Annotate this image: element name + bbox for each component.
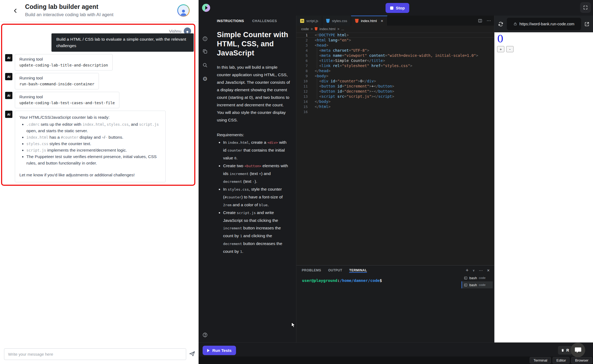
line-number: 1 <box>296 33 308 38</box>
close-tab-icon[interactable]: ✕ <box>381 19 383 23</box>
tab-problems[interactable]: PROBLEMS <box>302 268 321 273</box>
code-line[interactable]: 7 <link rel="stylesheet" href="styles.cs… <box>296 63 494 68</box>
code-text: <meta charset="UTF-8"> <box>315 48 369 53</box>
open-external-icon[interactable] <box>584 22 589 27</box>
chat-fab-button[interactable] <box>571 343 585 357</box>
split-editor-icon[interactable] <box>478 19 482 23</box>
tool-call-row: AI Running tool update-coding-lab-title-… <box>5 54 113 71</box>
view-editor-button[interactable]: Editor <box>553 357 570 363</box>
code-line[interactable]: 11 <button id="increment">+</button> <box>296 84 494 89</box>
ai-message-row: AI Your HTML/CSS/JavaScript counter lab … <box>5 111 166 182</box>
breadcrumb-root[interactable]: code <box>301 27 309 31</box>
tool-name: update-coding-lab-title-and-description <box>19 63 108 67</box>
page-title: Coding lab builder agent <box>25 3 113 10</box>
code-line[interactable]: 6 <title>Simple Counter</title> <box>296 58 494 63</box>
tab-challenges[interactable]: CHALLENGES <box>252 19 277 23</box>
requirements-list: In index.html, create a <div> with id co… <box>217 139 291 256</box>
task-name: bash <box>469 283 477 287</box>
run-tests-button[interactable]: Run Tests <box>203 346 236 355</box>
list-item: Create script.js and write JavaScript so… <box>223 209 291 256</box>
stop-button[interactable]: Stop <box>386 3 409 13</box>
more-actions-icon[interactable]: ⋯ <box>487 18 491 23</box>
ai-message-intro: Your HTML/CSS/JavaScript counter lab is … <box>19 114 161 121</box>
tab-script-js[interactable]: JS script.js <box>296 16 322 26</box>
tab-label: styles.css <box>332 19 347 23</box>
line-number: 3 <box>296 43 308 48</box>
refresh-icon[interactable] <box>498 21 504 27</box>
chat-titles: Coding lab builder agent Build an intera… <box>25 3 113 18</box>
chat-panel: Coding lab builder agent Build an intera… <box>0 0 199 364</box>
close-panel-icon[interactable]: ✕ <box>487 269 490 272</box>
code-line[interactable]: 12 <button id="decrement">-</button> <box>296 89 494 94</box>
tab-styles-css[interactable]: styles.css <box>322 16 351 26</box>
ai-badge: AI <box>5 54 12 61</box>
code-line[interactable]: 8</head> <box>296 68 494 74</box>
line-number: 9 <box>296 74 308 79</box>
browser-preview-panel: https://word-bank.run-code.com 0 + - <box>494 16 593 342</box>
view-browser-button[interactable]: Browser <box>571 357 592 363</box>
terminal-icon <box>464 283 467 287</box>
breadcrumb-separator: > <box>311 27 313 31</box>
breadcrumb-more[interactable]: ... <box>341 27 344 31</box>
tab-index-html[interactable]: index.html ✕ <box>351 16 387 26</box>
code-line[interactable]: 14</body> <box>296 99 494 104</box>
info-icon[interactable] <box>202 36 208 42</box>
code-line[interactable]: 9<body> <box>296 74 494 79</box>
breadcrumb-separator: > <box>337 27 339 31</box>
code-line[interactable]: 2<html lang="en"> <box>296 38 494 43</box>
url-bar[interactable]: https://word-bank.run-code.com <box>507 18 581 30</box>
header-avatar[interactable] <box>177 4 190 17</box>
lock-icon <box>514 22 517 26</box>
gear-icon[interactable]: ⚙ <box>202 76 208 82</box>
breadcrumb[interactable]: code > index.html > ... <box>296 26 494 32</box>
increment-button[interactable]: + <box>497 46 504 52</box>
tool-name: update-coding-lab-test-cases-and-test-fi… <box>19 101 115 105</box>
message-input[interactable] <box>4 348 186 360</box>
terminal-task-item[interactable]: bash code <box>462 274 493 281</box>
code-line[interactable]: 4 <meta charset="UTF-8"> <box>296 48 494 53</box>
code-text: <html lang="en"> <box>315 38 351 43</box>
tool-status: Running tool <box>19 76 94 80</box>
browser-viewport: 0 + - <box>494 32 593 53</box>
ai-badge: AI <box>5 73 12 80</box>
view-terminal-button[interactable]: Terminal <box>530 357 551 363</box>
code-line[interactable]: 1<!DOCTYPE html> <box>296 33 494 38</box>
back-button[interactable] <box>12 7 19 15</box>
help-icon[interactable] <box>202 332 208 338</box>
new-terminal-icon[interactable]: + <box>466 268 469 273</box>
code-line[interactable]: 15</html> <box>296 104 494 109</box>
stop-label: Stop <box>396 6 405 10</box>
send-button[interactable] <box>188 350 196 358</box>
search-icon[interactable] <box>202 62 208 68</box>
terminal-prompt[interactable]: user@playground:/home/damner/code$ <box>302 278 382 283</box>
line-number: 12 <box>296 89 308 94</box>
ai-badge: AI <box>5 92 12 99</box>
terminal-task-list: bash code bash code <box>462 274 493 288</box>
more-actions-icon[interactable]: ⋯ <box>479 268 483 272</box>
breadcrumb-file[interactable]: index.html <box>320 27 335 31</box>
tab-label: script.js <box>306 19 318 23</box>
list-item: In index.html, create a <div> with id co… <box>223 139 291 162</box>
code-line[interactable]: 16 <box>296 109 494 114</box>
editor-actions: ⋯ <box>478 16 491 26</box>
tab-instructions[interactable]: INSTRUCTIONS <box>217 19 244 23</box>
code-line[interactable]: 13 <script src="script.js"></script> <box>296 94 494 99</box>
bottom-strip: Run Tests R Terminal Editor Browser <box>199 342 593 364</box>
code-line[interactable]: 10 <div id="counter">0</div> <box>296 79 494 84</box>
terminal-task-item[interactable]: bash code <box>462 281 493 288</box>
line-number: 6 <box>296 58 308 63</box>
tab-output[interactable]: OUTPUT <box>328 268 342 273</box>
code-text: <button id="decrement">-</button> <box>315 89 394 94</box>
tab-terminal[interactable]: TERMINAL <box>349 268 367 273</box>
list-item: In styles.css, style the counter (#count… <box>223 186 291 209</box>
code-area[interactable]: 1<!DOCTYPE html>2<html lang="en">3<head>… <box>296 32 494 114</box>
decrement-button[interactable]: - <box>506 46 514 52</box>
fullscreen-button[interactable] <box>580 2 591 13</box>
code-text: <title>Simple Counter</title> <box>315 58 385 63</box>
code-line[interactable]: 5 <meta name="viewport" content="width=d… <box>296 53 494 58</box>
profile-pill[interactable]: R <box>558 346 572 355</box>
copy-icon[interactable] <box>202 48 208 54</box>
chevron-down-icon[interactable]: ∨ <box>473 269 475 272</box>
ai-message-card: Your HTML/CSS/JavaScript counter lab is … <box>15 111 166 182</box>
code-line[interactable]: 3<head> <box>296 43 494 48</box>
